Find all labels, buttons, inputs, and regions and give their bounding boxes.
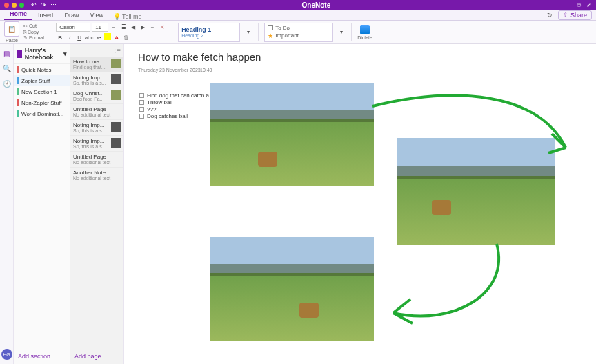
todo-checkbox[interactable] xyxy=(139,93,144,98)
format-painter-button[interactable]: ✎ Format xyxy=(23,35,44,41)
menu-bar: Home Insert Draw View 💡 Tell me ↻ ⇪ Shar… xyxy=(0,10,596,21)
microphone-icon xyxy=(360,25,370,34)
page-item[interactable]: Untitled PageNo additional text xyxy=(70,104,123,120)
paste-button[interactable]: 📋 xyxy=(4,21,19,37)
close-window-button[interactable] xyxy=(4,3,9,8)
note-canvas[interactable]: How to make fetch happen Thursday 23 Nov… xyxy=(124,44,596,364)
section-item[interactable]: Quick Notes xyxy=(14,64,70,75)
pages-panel: ↕≡ How to ma...Find dog that...Noting Im… xyxy=(70,44,124,364)
drawn-arrow-2 xyxy=(372,237,510,334)
notebooks-icon[interactable]: ▤ xyxy=(2,48,12,58)
search-icon[interactable]: 🔍 xyxy=(2,63,12,73)
todo-list[interactable]: Find dog that can catch a ballThrow ball… xyxy=(139,92,219,120)
window-controls xyxy=(4,3,24,8)
recent-icon[interactable]: 🕘 xyxy=(2,79,12,88)
lightbulb-icon: 💡 xyxy=(113,13,121,20)
page-item[interactable]: Another NoteNo additional text xyxy=(70,168,123,183)
highlight-button[interactable] xyxy=(104,33,111,40)
todo-checkbox[interactable] xyxy=(139,114,144,119)
sections-panel: Harry's Notebook ▾ Quick NotesZapier Stu… xyxy=(14,44,70,364)
share-button[interactable]: ⇪ Share xyxy=(558,10,592,20)
underline-button[interactable]: U xyxy=(75,33,83,41)
font-family-select[interactable]: Calibri xyxy=(56,23,90,32)
cut-button[interactable]: ✂ Cut xyxy=(23,23,44,29)
title-bar: ↶ ↷ ⋯ OneNote ☺ ⤢ xyxy=(0,0,596,10)
dictate-button[interactable]: Dictate xyxy=(357,25,372,40)
section-item[interactable]: Non-Zapier Stuff xyxy=(14,97,70,108)
copy-button[interactable]: ⎘ Copy xyxy=(23,30,44,34)
styles-gallery[interactable]: Heading 1 Heading 2 xyxy=(178,23,240,42)
brush-icon: ✎ xyxy=(23,35,28,40)
maximize-window-button[interactable] xyxy=(19,3,24,8)
minimize-window-button[interactable] xyxy=(12,3,17,8)
font-color-button[interactable]: A xyxy=(112,33,121,41)
section-item[interactable]: New Section 1 xyxy=(14,86,70,97)
outdent-button[interactable]: ◀ xyxy=(129,23,137,32)
italic-button[interactable]: I xyxy=(66,33,74,41)
clipboard-icon: 📋 xyxy=(8,26,16,33)
redo-icon[interactable]: ↷ xyxy=(41,1,46,8)
page-item[interactable]: Noting Imp...So, this is a s... xyxy=(70,136,123,152)
strike-button[interactable]: abc xyxy=(85,33,93,41)
page-item[interactable]: Dog Christ...Dog food Fa... xyxy=(70,88,123,104)
numbered-list-button[interactable]: ≣ xyxy=(119,23,128,32)
indent-button[interactable]: ▶ xyxy=(139,23,147,32)
delete-button[interactable]: 🗑 xyxy=(122,33,130,41)
add-section-link[interactable]: Add section xyxy=(14,349,70,364)
star-icon: ★ xyxy=(268,32,273,39)
tab-home[interactable]: Home xyxy=(4,9,32,20)
sync-icon[interactable]: ↻ xyxy=(547,12,553,19)
note-date: Thursday 23 November 2023 xyxy=(138,68,201,72)
subscript-button[interactable]: x₂ xyxy=(95,33,103,41)
paste-group: 📋 Paste xyxy=(4,21,19,43)
main-area: ▤ 🔍 🕘 HG Harry's Notebook ▾ Quick NotesZ… xyxy=(0,44,596,364)
bold-button[interactable]: B xyxy=(56,33,64,41)
more-icon[interactable]: ⋯ xyxy=(50,1,57,8)
undo-icon[interactable]: ↶ xyxy=(31,1,37,8)
sort-pages-icon[interactable]: ↕≡ xyxy=(113,47,121,54)
clear-format-button[interactable]: ✕ xyxy=(158,23,166,32)
app-title: OneNote xyxy=(57,1,576,9)
smile-feedback-icon[interactable]: ☺ xyxy=(576,1,582,8)
bullet-list-button[interactable]: ≡ xyxy=(110,23,118,32)
add-page-link[interactable]: Add page xyxy=(70,349,123,364)
checkbox-icon xyxy=(268,25,273,30)
copy-icon: ⎘ xyxy=(23,30,26,34)
notebook-selector[interactable]: Harry's Notebook ▾ xyxy=(14,44,70,64)
title-bar-right: ☺ ⤢ xyxy=(576,1,592,8)
styles-dropdown[interactable]: ▾ xyxy=(244,28,252,37)
todo-checkbox[interactable] xyxy=(139,107,144,112)
expand-icon[interactable]: ⤢ xyxy=(586,1,592,8)
tab-draw[interactable]: Draw xyxy=(59,10,85,20)
tab-view[interactable]: View xyxy=(85,10,109,20)
notebook-icon xyxy=(17,50,22,58)
tags-gallery[interactable]: To Do ★Important xyxy=(264,23,333,42)
chevron-down-icon: ▾ xyxy=(63,50,67,57)
note-time: 10:40 xyxy=(200,68,212,72)
inserted-image-1[interactable] xyxy=(210,83,374,186)
page-item[interactable]: How to ma...Find dog that... xyxy=(70,57,123,72)
inserted-image-2[interactable] xyxy=(397,138,555,245)
section-item[interactable]: World Dominati... xyxy=(14,108,70,119)
quick-access: ↶ ↷ ⋯ xyxy=(31,1,57,8)
tell-me-search[interactable]: 💡 Tell me xyxy=(113,13,142,20)
tags-dropdown[interactable]: ▾ xyxy=(337,28,346,37)
note-title[interactable]: How to make fetch happen xyxy=(138,51,261,63)
user-avatar[interactable]: HG xyxy=(1,349,12,360)
font-size-select[interactable]: 11 xyxy=(92,23,108,32)
section-item[interactable]: Zapier Stuff xyxy=(14,75,70,86)
nav-rail: ▤ 🔍 🕘 HG xyxy=(0,44,14,364)
tab-insert[interactable]: Insert xyxy=(32,10,59,20)
inserted-image-3[interactable] xyxy=(210,237,374,341)
page-item[interactable]: Noting Imp...So, this is a s... xyxy=(70,72,123,88)
todo-checkbox[interactable] xyxy=(139,100,144,105)
share-icon: ⇪ xyxy=(563,12,568,19)
ribbon: 📋 Paste ✂ Cut ⎘ Copy ✎ Format Calibri 11… xyxy=(0,21,596,44)
page-item[interactable]: Noting Imp...So, this is a s... xyxy=(70,120,123,136)
page-item[interactable]: Untitled PageNo additional text xyxy=(70,152,123,168)
scissors-icon: ✂ xyxy=(23,23,28,28)
align-button[interactable]: ≡ xyxy=(148,23,157,32)
